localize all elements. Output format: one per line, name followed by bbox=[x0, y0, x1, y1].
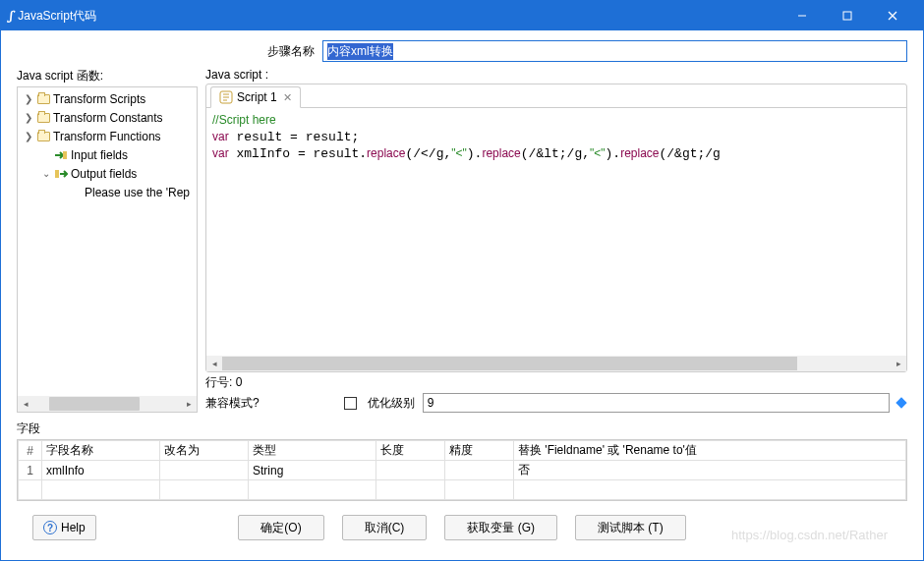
col-header[interactable]: 长度 bbox=[376, 441, 445, 461]
col-header[interactable]: 替换 'Fieldname' 或 'Rename to'值 bbox=[514, 441, 906, 461]
maximize-button[interactable] bbox=[825, 1, 870, 30]
tab-script-1[interactable]: Script 1 ✕ bbox=[210, 86, 301, 108]
tree-scrollbar-thumb[interactable] bbox=[49, 397, 140, 411]
script-pane: Java script : Script 1 ✕ //Script here v… bbox=[205, 68, 907, 413]
col-header[interactable]: 字段名称 bbox=[42, 441, 160, 461]
spinner-icon[interactable] bbox=[895, 397, 906, 408]
line-number-label: 行号: 0 bbox=[205, 374, 242, 391]
opt-level-input[interactable] bbox=[423, 393, 890, 413]
tab-label: Script 1 bbox=[237, 90, 277, 104]
dialog-window: ʃ JavaScript代码 步骤名称 Java script 函数: ❯Tra… bbox=[0, 0, 924, 561]
table-row[interactable]: 1xmlInfoString否 bbox=[19, 461, 906, 480]
app-icon: ʃ bbox=[9, 9, 12, 24]
table-row[interactable] bbox=[19, 480, 906, 500]
col-header[interactable]: # bbox=[19, 441, 42, 461]
window-title: JavaScript代码 bbox=[18, 8, 780, 25]
step-name-row: 步骤名称 bbox=[267, 40, 907, 62]
dialog-content: 步骤名称 Java script 函数: ❯Transform Scripts❯… bbox=[1, 30, 923, 560]
functions-pane: Java script 函数: ❯Transform Scripts❯Trans… bbox=[17, 68, 198, 413]
line-number-row: 行号: 0 bbox=[205, 374, 907, 391]
editor-hscrollbar[interactable]: ◂ ▸ bbox=[206, 356, 906, 371]
tree-item[interactable]: ❯Transform Scripts bbox=[18, 89, 197, 108]
window-controls bbox=[780, 1, 915, 30]
input-field-icon bbox=[53, 148, 69, 162]
tree-item[interactable]: Input fields bbox=[18, 145, 197, 164]
ok-button[interactable]: 确定(O) bbox=[238, 515, 323, 540]
script-label: Java script : bbox=[205, 68, 907, 82]
minimize-button[interactable] bbox=[780, 1, 825, 30]
tree-hscrollbar[interactable]: ◂ ▸ bbox=[18, 396, 197, 412]
col-header[interactable]: 类型 bbox=[249, 441, 376, 461]
tree-item[interactable]: ⌄Output fields bbox=[18, 164, 197, 183]
svg-rect-5 bbox=[55, 170, 59, 178]
fields-grid[interactable]: #字段名称改名为类型长度精度替换 'Fieldname' 或 'Rename t… bbox=[17, 439, 907, 501]
help-button[interactable]: ? Help bbox=[32, 515, 96, 540]
script-icon bbox=[219, 90, 233, 104]
help-icon: ? bbox=[43, 521, 57, 534]
editor-tabbar: Script 1 ✕ bbox=[206, 84, 906, 108]
folder-icon bbox=[35, 111, 51, 125]
opt-label: 优化级别 bbox=[368, 395, 415, 412]
cancel-button[interactable]: 取消(C) bbox=[342, 515, 428, 540]
compat-checkbox[interactable] bbox=[344, 397, 357, 410]
functions-tree[interactable]: ❯Transform Scripts❯Transform Constants❯T… bbox=[17, 86, 198, 413]
editor-frame: Script 1 ✕ //Script here var result = re… bbox=[205, 84, 907, 372]
folder-icon bbox=[35, 130, 51, 143]
svg-rect-1 bbox=[843, 12, 851, 20]
get-variable-button[interactable]: 获取变量 (G) bbox=[444, 515, 557, 540]
scroll-right-icon[interactable]: ▸ bbox=[891, 356, 906, 371]
fields-label: 字段 bbox=[17, 421, 907, 437]
compat-row: 兼容模式? 优化级别 bbox=[205, 393, 907, 413]
title-bar[interactable]: ʃ JavaScript代码 bbox=[1, 1, 923, 30]
middle-panes: Java script 函数: ❯Transform Scripts❯Trans… bbox=[17, 68, 907, 413]
folder-icon bbox=[35, 92, 51, 106]
svg-rect-4 bbox=[63, 151, 67, 159]
tree-item[interactable]: ❯Transform Functions bbox=[18, 127, 197, 145]
scroll-left-icon[interactable]: ◂ bbox=[206, 356, 222, 371]
tab-close-icon[interactable]: ✕ bbox=[283, 91, 292, 104]
col-header[interactable]: 精度 bbox=[445, 441, 514, 461]
scroll-left-icon[interactable]: ◂ bbox=[18, 396, 33, 412]
help-label: Help bbox=[61, 521, 86, 534]
test-script-button[interactable]: 测试脚本 (T) bbox=[575, 515, 686, 540]
code-editor[interactable]: //Script here var result = result; var x… bbox=[206, 108, 906, 356]
tree-item[interactable]: Please use the 'Rep bbox=[18, 183, 197, 201]
step-name-label: 步骤名称 bbox=[267, 43, 315, 60]
close-button[interactable] bbox=[870, 1, 915, 30]
step-name-input[interactable] bbox=[322, 40, 907, 62]
output-field-icon bbox=[53, 167, 69, 181]
functions-label: Java script 函数: bbox=[17, 68, 198, 84]
editor-scrollbar-thumb[interactable] bbox=[222, 357, 797, 370]
tree-item[interactable]: ❯Transform Constants bbox=[18, 108, 197, 127]
button-bar: ? Help 确定(O) 取消(C) 获取变量 (G) 测试脚本 (T) htt… bbox=[17, 501, 907, 552]
watermark: https://blog.csdn.net/Rather bbox=[731, 528, 888, 542]
col-header[interactable]: 改名为 bbox=[160, 441, 249, 461]
fields-section: 字段 #字段名称改名为类型长度精度替换 'Fieldname' 或 'Renam… bbox=[17, 421, 907, 501]
compat-label: 兼容模式? bbox=[205, 395, 260, 412]
scroll-right-icon[interactable]: ▸ bbox=[181, 396, 197, 412]
